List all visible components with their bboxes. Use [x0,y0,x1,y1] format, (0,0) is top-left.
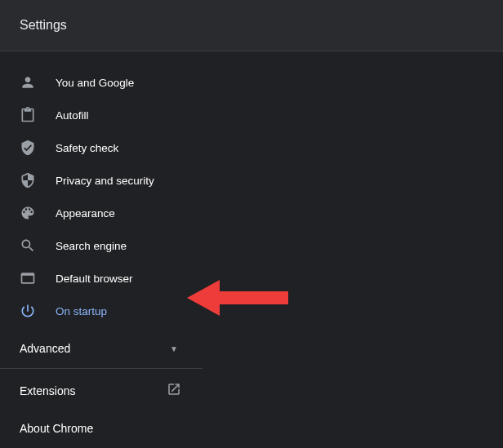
divider [0,368,203,369]
sidebar-item-about-chrome[interactable]: About Chrome [0,410,203,446]
sidebar-item-label: Default browser [56,273,133,285]
browser-icon [20,270,36,286]
sidebar-item-label: Autofill [56,109,89,122]
palette-icon [20,205,36,221]
settings-sidebar: You and Google Autofill Safety check Pri… [0,51,203,446]
sidebar-item-search-engine[interactable]: Search engine [0,229,203,262]
sidebar-item-you-and-google[interactable]: You and Google [0,66,203,99]
sidebar-item-label: Appearance [56,207,115,220]
about-label: About Chrome [20,422,93,435]
advanced-label: Advanced [20,342,70,355]
sidebar-item-label: Search engine [56,240,127,252]
sidebar-item-privacy[interactable]: Privacy and security [0,164,203,197]
person-icon [20,74,36,91]
sidebar-advanced-toggle[interactable]: Advanced ▼ [0,330,203,366]
power-icon [20,303,36,319]
sidebar-item-appearance[interactable]: Appearance [0,197,203,229]
page-title: Settings [20,18,67,32]
search-icon [20,237,36,254]
chevron-down-icon: ▼ [170,344,178,353]
external-link-icon [167,382,181,399]
sidebar-item-default-browser[interactable]: Default browser [0,262,203,295]
extensions-label: Extensions [20,384,75,397]
sidebar-item-extensions[interactable]: Extensions [0,370,203,410]
shield-icon [20,172,36,189]
sidebar-item-label: You and Google [56,77,134,89]
sidebar-item-label: Safety check [56,142,118,154]
sidebar-item-safety-check[interactable]: Safety check [0,131,203,164]
sidebar-item-label: Privacy and security [56,175,154,187]
sidebar-item-autofill[interactable]: Autofill [0,99,203,131]
settings-header: Settings [0,0,503,51]
sidebar-item-on-startup[interactable]: On startup [0,295,203,327]
sidebar-item-label: On startup [56,305,107,317]
shield-check-icon [20,140,36,156]
clipboard-icon [20,107,36,123]
content-area: You and Google Autofill Safety check Pri… [0,51,503,446]
